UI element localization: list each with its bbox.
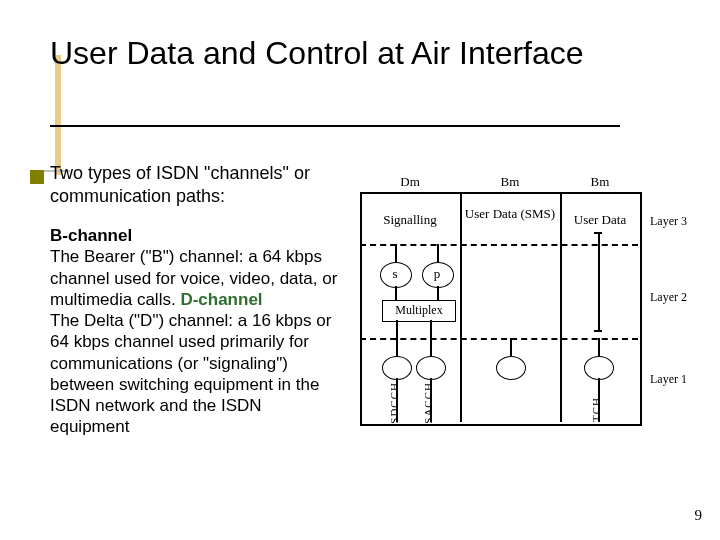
ellipse-tch: [584, 356, 614, 380]
label-sacch: SACCH: [422, 382, 434, 424]
accent-vertical: [55, 55, 61, 175]
conn-p-up: [437, 244, 439, 262]
slide: User Data and Control at Air Interface T…: [0, 0, 720, 540]
page-number: 9: [695, 507, 703, 524]
col-bm-header: Bm: [560, 174, 640, 190]
body-text: B-channel The Bearer ("B") channel: a 64…: [50, 225, 340, 438]
title-box: User Data and Control at Air Interface: [50, 35, 630, 72]
conn-p-down: [437, 286, 439, 300]
d-channel-text: The Delta ("D") channel: a 16 kbps or 64…: [50, 311, 331, 436]
multiplex-box: Multiplex: [382, 300, 456, 322]
conn-mux-1: [396, 320, 398, 356]
bm-top-tick: [594, 232, 602, 234]
divider-1: [460, 192, 462, 422]
conn-mux-2: [430, 320, 432, 356]
d-channel-heading: D-channel: [180, 290, 262, 309]
ellipse-sdcch: [382, 356, 412, 380]
diagram: Dm Bm Bm Signalling User Data (SMS) User…: [360, 172, 710, 452]
label-tch: TCH: [590, 397, 602, 422]
ellipse-sacch: [416, 356, 446, 380]
bullet-icon: [30, 170, 44, 184]
ellipse-mid: [496, 356, 526, 380]
cell-signalling: Signalling: [360, 212, 460, 228]
col-bm-user-header: Bm: [460, 174, 560, 190]
intro-text: Two types of ISDN "channels" or communic…: [50, 162, 350, 207]
layer2-label: Layer 2: [650, 290, 687, 305]
layer1-label: Layer 1: [650, 372, 687, 387]
cell-userdata-sms: User Data (SMS): [460, 206, 560, 222]
col-dm-header: Dm: [360, 174, 460, 190]
ellipse-p-label: p: [422, 266, 452, 282]
bm-vertical-bar: [598, 232, 600, 332]
layer3-label: Layer 3: [650, 214, 687, 229]
conn-s-down: [395, 286, 397, 300]
conn-mid: [510, 338, 512, 356]
title-underline: [50, 125, 620, 127]
label-sdcch: SDCCH: [388, 382, 400, 424]
conn-s-up: [395, 244, 397, 262]
conn-tch: [598, 338, 600, 356]
page-title: User Data and Control at Air Interface: [50, 35, 584, 71]
row-divider-2: [360, 338, 638, 340]
ellipse-s-label: s: [380, 266, 410, 282]
bm-bottom-tick: [594, 330, 602, 332]
cell-userdata: User Data: [560, 212, 640, 228]
row-divider-1: [360, 244, 638, 246]
b-channel-heading: B-channel: [50, 226, 132, 245]
